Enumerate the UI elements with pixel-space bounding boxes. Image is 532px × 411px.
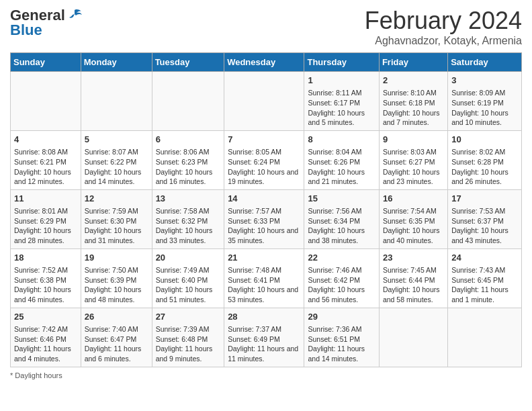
calendar-cell: 8Sunrise: 8:04 AM Sunset: 6:26 PM Daylig… <box>304 130 379 189</box>
calendar-cell: 19Sunrise: 7:50 AM Sunset: 6:39 PM Dayli… <box>81 248 152 308</box>
day-info: Sunrise: 8:02 AM Sunset: 6:28 PM Dayligh… <box>451 147 518 187</box>
day-info: Sunrise: 7:57 AM Sunset: 6:33 PM Dayligh… <box>228 206 300 246</box>
day-number: 1 <box>308 75 375 87</box>
day-info: Sunrise: 7:50 AM Sunset: 6:39 PM Dayligh… <box>85 265 148 305</box>
day-info: Sunrise: 7:56 AM Sunset: 6:34 PM Dayligh… <box>308 206 375 246</box>
day-info: Sunrise: 8:07 AM Sunset: 6:22 PM Dayligh… <box>85 147 148 187</box>
calendar-cell <box>152 72 224 131</box>
day-number: 12 <box>85 193 148 205</box>
day-number: 2 <box>383 75 444 87</box>
day-info: Sunrise: 7:46 AM Sunset: 6:42 PM Dayligh… <box>308 265 375 305</box>
day-info: Sunrise: 7:39 AM Sunset: 6:48 PM Dayligh… <box>156 324 221 364</box>
title-block: February 2024 Aghavnadzor, Kotayk, Armen… <box>365 7 522 47</box>
day-info: Sunrise: 8:04 AM Sunset: 6:26 PM Dayligh… <box>308 147 375 187</box>
day-number: 25 <box>14 311 77 323</box>
calendar-cell: 11Sunrise: 8:01 AM Sunset: 6:29 PM Dayli… <box>11 189 81 248</box>
calendar-cell: 4Sunrise: 8:08 AM Sunset: 6:21 PM Daylig… <box>11 130 81 189</box>
calendar-cell: 25Sunrise: 7:42 AM Sunset: 6:46 PM Dayli… <box>11 308 81 367</box>
day-info: Sunrise: 7:45 AM Sunset: 6:44 PM Dayligh… <box>383 265 444 305</box>
calendar-cell: 2Sunrise: 8:10 AM Sunset: 6:18 PM Daylig… <box>379 72 447 131</box>
day-info: Sunrise: 8:09 AM Sunset: 6:19 PM Dayligh… <box>451 88 518 128</box>
day-number: 9 <box>383 134 444 146</box>
calendar-cell: 9Sunrise: 8:03 AM Sunset: 6:27 PM Daylig… <box>379 130 447 189</box>
day-number: 5 <box>85 134 148 146</box>
calendar-table: SundayMondayTuesdayWednesdayThursdayFrid… <box>10 52 522 367</box>
calendar-cell: 16Sunrise: 7:54 AM Sunset: 6:35 PM Dayli… <box>379 189 447 248</box>
calendar-week-row: 4Sunrise: 8:08 AM Sunset: 6:21 PM Daylig… <box>11 130 522 189</box>
calendar-cell <box>11 72 81 131</box>
calendar-cell: 13Sunrise: 7:58 AM Sunset: 6:32 PM Dayli… <box>152 189 224 248</box>
day-info: Sunrise: 7:36 AM Sunset: 6:51 PM Dayligh… <box>308 324 375 364</box>
calendar-week-row: 25Sunrise: 7:42 AM Sunset: 6:46 PM Dayli… <box>11 308 522 367</box>
calendar-cell: 1Sunrise: 8:11 AM Sunset: 6:17 PM Daylig… <box>304 72 379 131</box>
calendar-week-row: 11Sunrise: 8:01 AM Sunset: 6:29 PM Dayli… <box>11 189 522 248</box>
calendar-cell: 20Sunrise: 7:49 AM Sunset: 6:40 PM Dayli… <box>152 248 224 308</box>
day-header-friday: Friday <box>379 53 447 72</box>
calendar-header: SundayMondayTuesdayWednesdayThursdayFrid… <box>11 53 522 72</box>
day-header-saturday: Saturday <box>448 53 522 72</box>
day-number: 28 <box>228 311 300 323</box>
day-number: 22 <box>308 252 375 264</box>
day-number: 8 <box>308 134 375 146</box>
day-number: 6 <box>156 134 221 146</box>
day-number: 20 <box>156 252 221 264</box>
calendar-cell: 14Sunrise: 7:57 AM Sunset: 6:33 PM Dayli… <box>224 189 304 248</box>
day-info: Sunrise: 8:01 AM Sunset: 6:29 PM Dayligh… <box>14 206 77 246</box>
day-info: Sunrise: 7:43 AM Sunset: 6:45 PM Dayligh… <box>451 265 518 305</box>
day-number: 18 <box>14 252 77 264</box>
calendar-cell: 3Sunrise: 8:09 AM Sunset: 6:19 PM Daylig… <box>448 72 522 131</box>
calendar-cell: 10Sunrise: 8:02 AM Sunset: 6:28 PM Dayli… <box>448 130 522 189</box>
day-info: Sunrise: 8:10 AM Sunset: 6:18 PM Dayligh… <box>383 88 444 128</box>
calendar-cell: 5Sunrise: 8:07 AM Sunset: 6:22 PM Daylig… <box>81 130 152 189</box>
day-number: 14 <box>228 193 300 205</box>
calendar-cell: 18Sunrise: 7:52 AM Sunset: 6:38 PM Dayli… <box>11 248 81 308</box>
day-number: 4 <box>14 134 77 146</box>
calendar-cell <box>224 72 304 131</box>
calendar-cell: 29Sunrise: 7:36 AM Sunset: 6:51 PM Dayli… <box>304 308 379 367</box>
day-info: Sunrise: 7:37 AM Sunset: 6:49 PM Dayligh… <box>228 324 300 364</box>
calendar-week-row: 1Sunrise: 8:11 AM Sunset: 6:17 PM Daylig… <box>11 72 522 131</box>
day-header-thursday: Thursday <box>304 53 379 72</box>
calendar-cell <box>379 308 447 367</box>
day-number: 3 <box>451 75 518 87</box>
calendar-title: February 2024 <box>365 7 522 35</box>
day-info: Sunrise: 8:05 AM Sunset: 6:24 PM Dayligh… <box>228 147 300 187</box>
day-header-wednesday: Wednesday <box>224 53 304 72</box>
day-number: 7 <box>228 134 300 146</box>
calendar-cell: 22Sunrise: 7:46 AM Sunset: 6:42 PM Dayli… <box>304 248 379 308</box>
day-header-sunday: Sunday <box>11 53 81 72</box>
day-header-monday: Monday <box>81 53 152 72</box>
day-info: Sunrise: 7:59 AM Sunset: 6:30 PM Dayligh… <box>85 206 148 246</box>
day-header-tuesday: Tuesday <box>152 53 224 72</box>
day-number: 26 <box>85 311 148 323</box>
day-info: Sunrise: 7:52 AM Sunset: 6:38 PM Dayligh… <box>14 265 77 305</box>
day-header-row: SundayMondayTuesdayWednesdayThursdayFrid… <box>11 53 522 72</box>
day-info: Sunrise: 8:08 AM Sunset: 6:21 PM Dayligh… <box>14 147 77 187</box>
calendar-cell: 17Sunrise: 7:53 AM Sunset: 6:37 PM Dayli… <box>448 189 522 248</box>
day-info: Sunrise: 8:11 AM Sunset: 6:17 PM Dayligh… <box>308 88 375 128</box>
day-info: Sunrise: 7:54 AM Sunset: 6:35 PM Dayligh… <box>383 206 444 246</box>
calendar-cell: 26Sunrise: 7:40 AM Sunset: 6:47 PM Dayli… <box>81 308 152 367</box>
day-info: Sunrise: 7:40 AM Sunset: 6:47 PM Dayligh… <box>85 324 148 364</box>
day-number: 19 <box>85 252 148 264</box>
calendar-cell: 23Sunrise: 7:45 AM Sunset: 6:44 PM Dayli… <box>379 248 447 308</box>
calendar-cell: 28Sunrise: 7:37 AM Sunset: 6:49 PM Dayli… <box>224 308 304 367</box>
calendar-cell <box>81 72 152 131</box>
logo-blue: Blue <box>10 21 42 39</box>
logo-bird-icon <box>66 9 83 22</box>
day-number: 15 <box>308 193 375 205</box>
page-header: General Blue February 2024 Aghavnadzor, … <box>10 7 522 47</box>
day-number: 10 <box>451 134 518 146</box>
calendar-cell: 6Sunrise: 8:06 AM Sunset: 6:23 PM Daylig… <box>152 130 224 189</box>
day-info: Sunrise: 8:06 AM Sunset: 6:23 PM Dayligh… <box>156 147 221 187</box>
day-info: Sunrise: 7:58 AM Sunset: 6:32 PM Dayligh… <box>156 206 221 246</box>
day-info: Sunrise: 7:48 AM Sunset: 6:41 PM Dayligh… <box>228 265 300 305</box>
day-info: Sunrise: 7:42 AM Sunset: 6:46 PM Dayligh… <box>14 324 77 364</box>
calendar-cell: 12Sunrise: 7:59 AM Sunset: 6:30 PM Dayli… <box>81 189 152 248</box>
day-number: 21 <box>228 252 300 264</box>
calendar-week-row: 18Sunrise: 7:52 AM Sunset: 6:38 PM Dayli… <box>11 248 522 308</box>
day-number: 13 <box>156 193 221 205</box>
day-number: 27 <box>156 311 221 323</box>
day-info: Sunrise: 7:53 AM Sunset: 6:37 PM Dayligh… <box>451 206 518 246</box>
day-number: 17 <box>451 193 518 205</box>
